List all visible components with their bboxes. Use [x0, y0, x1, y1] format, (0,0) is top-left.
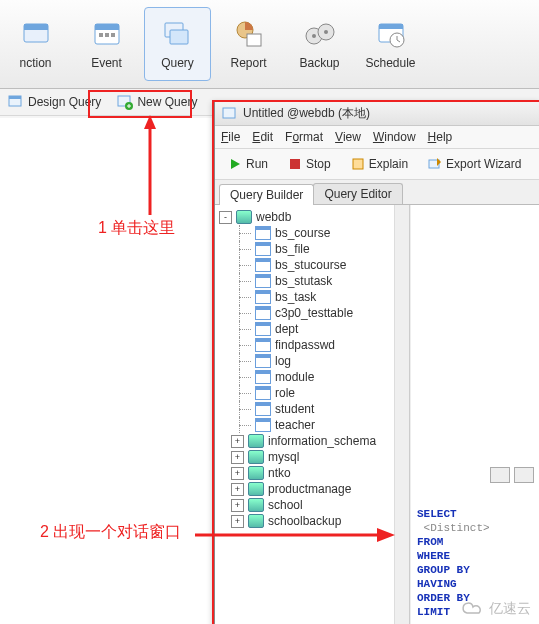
menu-help[interactable]: Help — [428, 130, 453, 144]
expand-icon[interactable]: + — [231, 515, 244, 528]
menu-format[interactable]: Format — [285, 130, 323, 144]
table-icon — [255, 402, 271, 416]
design-query-icon — [8, 94, 24, 110]
tree-database[interactable]: +schoolbackup — [217, 513, 407, 529]
tree-table[interactable]: c3p0_testtable — [217, 305, 407, 321]
sql-distinct: <Distinct> — [424, 522, 490, 534]
tree-root-webdb[interactable]: - webdb — [217, 209, 407, 225]
dialog-tabstrip: Query Builder Query Editor — [215, 180, 539, 205]
tree-database[interactable]: +information_schema — [217, 433, 407, 449]
svg-rect-3 — [95, 24, 119, 30]
tree-db-label: information_schema — [268, 434, 376, 448]
tree-database[interactable]: +school — [217, 497, 407, 513]
expand-icon[interactable]: + — [231, 467, 244, 480]
tree-table-label: c3p0_testtable — [275, 306, 353, 320]
explain-icon — [351, 157, 365, 171]
toolbar-label: Event — [91, 56, 122, 70]
table-icon — [255, 226, 271, 240]
stop-button[interactable]: Stop — [281, 153, 338, 175]
svg-rect-24 — [353, 159, 363, 169]
tree-table[interactable]: module — [217, 369, 407, 385]
table-icon — [255, 354, 271, 368]
toolbar-label: Schedule — [365, 56, 415, 70]
report-icon — [233, 18, 265, 50]
tab-query-editor[interactable]: Query Editor — [313, 183, 402, 204]
dialog-titlebar[interactable]: Untitled @webdb (本地) — [215, 101, 539, 126]
tree-database[interactable]: +productmanage — [217, 481, 407, 497]
svg-point-12 — [312, 34, 316, 38]
sql-groupby: GROUP BY — [417, 564, 470, 576]
tree-table-label: log — [275, 354, 291, 368]
tab-query-builder[interactable]: Query Builder — [219, 184, 314, 205]
run-button[interactable]: Run — [221, 153, 275, 175]
tree-table[interactable]: role — [217, 385, 407, 401]
toolbar-backup[interactable]: Backup — [286, 7, 353, 81]
stop-icon — [288, 157, 302, 171]
table-icon — [255, 322, 271, 336]
tree-table-label: student — [275, 402, 314, 416]
tree-database[interactable]: +mysql — [217, 449, 407, 465]
main-toolbar: nction Event Query Report Backup Schedul… — [0, 0, 539, 89]
stop-label: Stop — [306, 157, 331, 171]
dialog-window-icon — [221, 105, 237, 121]
tree-table[interactable]: bs_stucourse — [217, 257, 407, 273]
handle-icon[interactable] — [514, 467, 534, 483]
sql-template: SELECT <Distinct> FROM WHERE GROUP BY HA… — [417, 507, 534, 619]
tree-table[interactable]: teacher — [217, 417, 407, 433]
expand-icon[interactable]: + — [231, 451, 244, 464]
toolbar-label: Report — [230, 56, 266, 70]
database-icon — [248, 450, 264, 464]
database-icon — [248, 466, 264, 480]
tree-db-label: mysql — [268, 450, 299, 464]
tree-table[interactable]: findpasswd — [217, 337, 407, 353]
svg-rect-4 — [99, 33, 103, 37]
svg-rect-1 — [24, 24, 48, 30]
database-icon — [248, 498, 264, 512]
explain-label: Explain — [369, 157, 408, 171]
database-icon — [248, 482, 264, 496]
new-query-button[interactable]: New Query — [113, 92, 201, 112]
collapse-icon[interactable]: - — [219, 211, 232, 224]
tree-table[interactable]: bs_task — [217, 289, 407, 305]
explain-button[interactable]: Explain — [344, 153, 415, 175]
tree-table-label: bs_course — [275, 226, 330, 240]
svg-rect-5 — [105, 33, 109, 37]
tree-table[interactable]: log — [217, 353, 407, 369]
menu-file[interactable]: File — [221, 130, 240, 144]
menu-window[interactable]: Window — [373, 130, 416, 144]
tree-table[interactable]: student — [217, 401, 407, 417]
tree-table[interactable]: bs_course — [217, 225, 407, 241]
handle-icon[interactable] — [490, 467, 510, 483]
tree-table[interactable]: bs_stutask — [217, 273, 407, 289]
toolbar-function[interactable]: nction — [2, 7, 69, 81]
database-icon — [248, 434, 264, 448]
toolbar-query[interactable]: Query — [144, 7, 211, 81]
svg-rect-16 — [379, 24, 403, 29]
dialog-title: Untitled @webdb (本地) — [243, 105, 370, 122]
tree-table[interactable]: dept — [217, 321, 407, 337]
svg-rect-22 — [223, 108, 235, 118]
toolbar-schedule[interactable]: Schedule — [357, 7, 424, 81]
dialog-toolbar: Run Stop Explain Export Wizard — [215, 149, 539, 180]
toolbar-report[interactable]: Report — [215, 7, 282, 81]
expand-icon[interactable]: + — [231, 483, 244, 496]
design-query-button[interactable]: Design Query — [4, 92, 105, 112]
tree-table[interactable]: bs_file — [217, 241, 407, 257]
function-icon — [20, 18, 52, 50]
tree-table-label: role — [275, 386, 295, 400]
query-dialog-window: Untitled @webdb (本地) File Edit Format Vi… — [214, 100, 539, 624]
export-wizard-button[interactable]: Export Wizard — [421, 153, 528, 175]
tree-panel[interactable]: - webdb bs_coursebs_filebs_stucoursebs_s… — [215, 205, 410, 624]
tree-db-label: school — [268, 498, 303, 512]
database-icon — [236, 210, 252, 224]
sql-select: SELECT — [417, 508, 457, 520]
tree-table-label: teacher — [275, 418, 315, 432]
menu-edit[interactable]: Edit — [252, 130, 273, 144]
expand-icon[interactable]: + — [231, 499, 244, 512]
menu-view[interactable]: View — [335, 130, 361, 144]
expand-icon[interactable]: + — [231, 435, 244, 448]
toolbar-label: Backup — [299, 56, 339, 70]
tree-database[interactable]: +ntko — [217, 465, 407, 481]
svg-rect-19 — [9, 96, 21, 99]
toolbar-event[interactable]: Event — [73, 7, 140, 81]
